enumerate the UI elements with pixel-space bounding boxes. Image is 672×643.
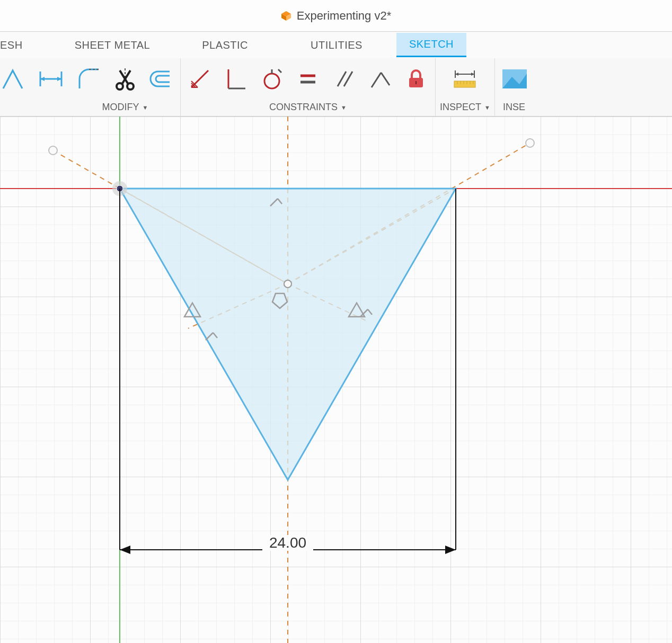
insert-label-wrap[interactable]: INSE — [503, 100, 525, 116]
caret-down-icon: ▼ — [484, 104, 490, 111]
sketch-canvas[interactable]: 24.00 — [0, 117, 672, 643]
caret-down-icon: ▼ — [143, 104, 148, 111]
measure-tool-icon[interactable] — [450, 64, 480, 94]
parallel-constraint-icon[interactable] — [329, 64, 359, 94]
svg-line-28 — [372, 73, 381, 87]
document-title: Experimenting v2* — [297, 9, 392, 23]
sketch-canvas-area[interactable]: 24.00 — [0, 117, 672, 643]
tab-plastic[interactable]: PLASTIC — [189, 34, 261, 57]
toolgroup-create — [0, 58, 70, 116]
sketch-centerpoint[interactable] — [284, 280, 291, 288]
inspect-label: INSPECT — [440, 102, 481, 113]
fillet-tool-icon[interactable] — [74, 64, 104, 94]
trim-tool-icon[interactable] — [110, 64, 140, 94]
construction-point[interactable] — [526, 139, 534, 147]
toolgroup-constraints: CONSTRAINTS ▼ — [181, 58, 436, 116]
midpoint-constraint-icon[interactable] — [185, 64, 215, 94]
modify-label: MODIFY — [102, 102, 139, 113]
coincident-constraint-icon[interactable] — [365, 64, 395, 94]
insert-label: INSE — [503, 102, 525, 113]
document-cube-icon — [281, 11, 291, 21]
dimension-value[interactable]: 24.00 — [269, 534, 306, 551]
insert-tool-icon[interactable] — [499, 64, 529, 94]
offset-tool-icon[interactable] — [146, 64, 176, 94]
toolgroup-modify: MODIFY ▼ — [70, 58, 181, 116]
lock-constraint-icon[interactable] — [401, 64, 431, 94]
toolgroup-inspect: INSPECT ▼ — [436, 58, 495, 116]
tab-sketch[interactable]: SKETCH — [396, 33, 466, 57]
toolbar: MODIFY ▼ — [0, 58, 672, 117]
inspect-dropdown[interactable]: INSPECT ▼ — [440, 100, 490, 116]
constraints-dropdown[interactable]: CONSTRAINTS ▼ — [269, 100, 347, 116]
equal-constraint-icon[interactable] — [293, 64, 323, 94]
title-bar: Experimenting v2* — [0, 0, 672, 32]
svg-line-29 — [381, 73, 390, 85]
tab-mesh[interactable]: ESH — [0, 34, 36, 57]
construction-point[interactable] — [49, 146, 57, 155]
constraints-label: CONSTRAINTS — [269, 102, 338, 113]
svg-point-21 — [264, 74, 279, 88]
tab-sheet-metal[interactable]: SHEET METAL — [62, 34, 163, 57]
caret-down-icon: ▼ — [341, 104, 347, 111]
toolgroup-insert: INSE — [495, 58, 533, 116]
dimension-tool-icon[interactable] — [36, 64, 66, 94]
tangent-constraint-icon[interactable] — [257, 64, 287, 94]
polygon-tool-icon[interactable] — [0, 64, 30, 94]
perpendicular-constraint-icon[interactable] — [221, 64, 251, 94]
svg-line-23 — [278, 69, 281, 73]
modify-dropdown[interactable]: MODIFY ▼ — [102, 100, 148, 116]
tab-utilities[interactable]: UTILITIES — [298, 34, 375, 57]
svg-line-14 — [191, 70, 208, 87]
workspace-tabs: ESH SHEET METAL PLASTIC UTILITIES SKETCH — [0, 32, 672, 58]
